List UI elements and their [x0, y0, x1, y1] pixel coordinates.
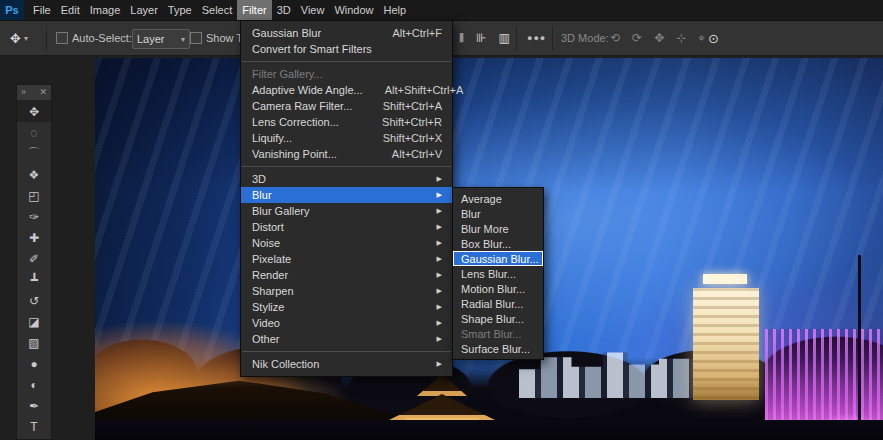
menubar-item-window[interactable]: Window	[329, 0, 378, 20]
blur-submenu-item-average[interactable]: Average	[453, 191, 543, 206]
show-transform-checkbox[interactable]	[190, 32, 202, 44]
filter-menu-dropdown: Gaussian BlurAlt+Ctrl+FConvert for Smart…	[240, 20, 453, 377]
gradient-tool[interactable]: ▧	[17, 332, 51, 353]
menubar-item-view[interactable]: View	[296, 0, 330, 20]
blur-tool[interactable]: ●	[17, 353, 51, 374]
blur-submenu-item-blur[interactable]: Blur	[453, 206, 543, 221]
filter-menu-item-noise[interactable]: Noise▶	[241, 235, 452, 251]
filter-menu-item-stylize[interactable]: Stylize▶	[241, 299, 452, 315]
submenu-arrow-icon: ▶	[437, 239, 442, 247]
filter-menu-item-vanishing-point[interactable]: Vanishing Point...Alt+Ctrl+V	[241, 146, 452, 162]
divider	[552, 26, 553, 50]
history-brush-tool[interactable]: ↺	[17, 290, 51, 311]
pen-tool-icon: ✒	[29, 399, 39, 413]
filter-menu-item-other[interactable]: Other▶	[241, 331, 452, 347]
brush-tool[interactable]: ✐	[17, 248, 51, 269]
healing-brush-tool[interactable]: ✚	[17, 227, 51, 248]
align-edges-icon[interactable]: ▥	[497, 31, 512, 45]
3d-roll-camera-icon: ⟳	[630, 31, 644, 45]
quick-selection-tool-icon: ❖	[29, 168, 40, 182]
filter-menu-item-lens-correction[interactable]: Lens Correction...Shift+Ctrl+R	[241, 114, 452, 130]
filter-menu-item-nik-collection[interactable]: Nik Collection▶	[241, 356, 452, 372]
photo-hotel-tower	[693, 288, 759, 400]
menu-item-label: Gaussian Blur...	[461, 253, 539, 265]
menu-item-label: Shape Blur...	[461, 313, 524, 325]
align-icons-group: ⫴⊪▥	[457, 21, 512, 55]
filter-menu-item-convert-for-smart-filters[interactable]: Convert for Smart Filters	[241, 41, 452, 57]
menubar-item-select[interactable]: Select	[197, 0, 238, 20]
menubar-item-edit[interactable]: Edit	[56, 0, 85, 20]
blur-submenu-item-shape-blur[interactable]: Shape Blur...	[453, 311, 543, 326]
blur-submenu-item-blur-more[interactable]: Blur More	[453, 221, 543, 236]
filter-menu-item-video[interactable]: Video▶	[241, 315, 452, 331]
tool-panel: »✕ ✥◌⌒❖◰✑✚✐┻↺◪▧●◐✒T	[16, 84, 52, 440]
marquee-tool[interactable]: ◌	[17, 122, 51, 143]
pen-tool[interactable]: ✒	[17, 395, 51, 416]
quick-selection-tool[interactable]: ❖	[17, 164, 51, 185]
blur-submenu-item-motion-blur[interactable]: Motion Blur...	[453, 281, 543, 296]
divider	[516, 26, 517, 50]
filter-menu-item-camera-raw-filter[interactable]: Camera Raw Filter...Shift+Ctrl+A	[241, 98, 452, 114]
submenu-arrow-icon: ▶	[437, 271, 442, 279]
menu-item-label: Smart Blur...	[461, 328, 522, 340]
menubar-item-image[interactable]: Image	[85, 0, 126, 20]
submenu-arrow-icon: ▶	[437, 319, 442, 327]
filter-menu-item-filter-gallery[interactable]: Filter Gallery...	[241, 66, 452, 82]
filter-menu-item-blur-gallery[interactable]: Blur Gallery▶	[241, 203, 452, 219]
clone-stamp-tool-icon: ┻	[30, 273, 37, 287]
type-tool[interactable]: T	[17, 416, 51, 437]
collapse-panels-icon[interactable]: »	[21, 85, 26, 100]
filter-menu-item-distort[interactable]: Distort▶	[241, 219, 452, 235]
3d-slide-camera-icon: ⊹	[674, 31, 688, 45]
blur-submenu-item-surface-blur[interactable]: Surface Blur...	[453, 341, 543, 356]
eyedropper-tool-icon: ✑	[29, 210, 39, 224]
menu-item-label: Average	[461, 193, 502, 205]
blur-submenu-item-box-blur[interactable]: Box Blur...	[453, 236, 543, 251]
lasso-tool[interactable]: ⌒	[17, 143, 51, 164]
eyedropper-tool[interactable]: ✑	[17, 206, 51, 227]
auto-select-checkbox[interactable]	[56, 32, 68, 44]
menubar-item-3d[interactable]: 3D	[272, 0, 296, 20]
move-tool-option[interactable]: ✥ ▾	[8, 21, 28, 55]
filter-menu-item-gaussian-blur[interactable]: Gaussian BlurAlt+Ctrl+F	[241, 25, 452, 41]
menubar-item-layer[interactable]: Layer	[125, 0, 163, 20]
blur-submenu-item-lens-blur[interactable]: Lens Blur...	[453, 266, 543, 281]
menu-item-label: Blur	[252, 189, 272, 201]
menu-item-label: Pixelate	[252, 253, 291, 265]
menu-item-label: Render	[252, 269, 288, 281]
menubar-item-file[interactable]: File	[28, 0, 56, 20]
filter-menu-item-blur[interactable]: Blur▶	[241, 187, 452, 203]
menubar-item-filter[interactable]: Filter	[237, 0, 271, 20]
menubar-item-type[interactable]: Type	[163, 0, 197, 20]
submenu-arrow-icon: ▶	[437, 207, 442, 215]
filter-menu-item-3d[interactable]: 3D▶	[241, 171, 452, 187]
blur-tool-icon: ●	[30, 357, 37, 371]
filter-menu-item-sharpen[interactable]: Sharpen▶	[241, 283, 452, 299]
menu-item-label: Lens Blur...	[461, 268, 516, 280]
menubar-item-help[interactable]: Help	[379, 0, 412, 20]
submenu-arrow-icon: ▶	[437, 360, 442, 368]
filter-menu-item-render[interactable]: Render▶	[241, 267, 452, 283]
blur-submenu-item-smart-blur[interactable]: Smart Blur...	[453, 326, 543, 341]
move-tool[interactable]: ✥	[17, 101, 51, 122]
filter-menu-item-adaptive-wide-angle[interactable]: Adaptive Wide Angle...Alt+Shift+Ctrl+A	[241, 82, 452, 98]
clone-stamp-tool[interactable]: ┻	[17, 269, 51, 290]
auto-select-target-dropdown[interactable]: Layer ▾	[132, 29, 190, 49]
dodge-tool[interactable]: ◐	[17, 374, 51, 395]
menu-item-label: Video	[252, 317, 280, 329]
menu-item-label: Camera Raw Filter...	[252, 100, 352, 112]
filter-menu-item-pixelate[interactable]: Pixelate▶	[241, 251, 452, 267]
blur-submenu-item-gaussian-blur[interactable]: Gaussian Blur...	[453, 251, 543, 266]
blur-submenu-item-radial-blur[interactable]: Radial Blur...	[453, 296, 543, 311]
filter-menu-item-liquify[interactable]: Liquify...Shift+Ctrl+X	[241, 130, 452, 146]
auto-select-label: Auto-Select:	[72, 21, 132, 55]
eraser-tool[interactable]: ◪	[17, 311, 51, 332]
more-options-icon[interactable]: ●●●	[527, 21, 546, 55]
crop-tool[interactable]: ◰	[17, 185, 51, 206]
dodge-tool-icon: ◐	[30, 378, 37, 392]
panel-options-icon[interactable]: ✕	[39, 85, 47, 100]
video-camera-icon[interactable]: ⊙	[706, 21, 721, 55]
distribute-horizontal-centers-icon[interactable]: ⊪	[474, 31, 488, 45]
distribute-vertical-centers-icon[interactable]: ⫴	[457, 31, 466, 45]
lasso-tool-icon: ⌒	[28, 145, 40, 162]
